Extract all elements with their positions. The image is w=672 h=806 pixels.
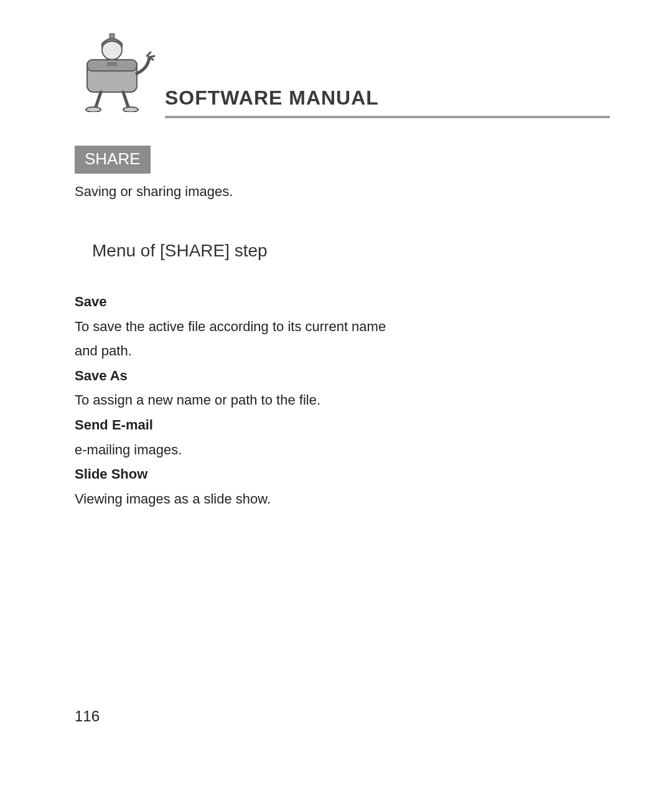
desc-save: To save the active file according to its…	[75, 314, 398, 363]
desc-send-email: e-mailing images.	[75, 438, 610, 462]
page-title: SOFTWARE MANUAL	[165, 87, 610, 115]
section-label: SHARE	[75, 146, 151, 174]
desc-slide-show: Viewing images as a slide show.	[75, 487, 610, 512]
svg-point-5	[123, 107, 138, 112]
svg-rect-6	[107, 62, 117, 66]
svg-rect-3	[110, 34, 114, 39]
desc-save-as: To assign a new name or path to the file…	[75, 388, 610, 413]
page-number: 116	[75, 708, 100, 725]
title-wrap: SOFTWARE MANUAL	[165, 87, 610, 115]
sub-heading: Menu of [SHARE] step	[92, 241, 610, 261]
section-description: Saving or sharing images.	[75, 184, 610, 200]
mascot-icon	[68, 19, 162, 112]
page-header: SOFTWARE MANUAL	[75, 19, 610, 118]
page: SOFTWARE MANUAL SHARE Saving or sharing …	[0, 0, 672, 806]
term-slide-show: Slide Show	[75, 462, 610, 487]
term-save: Save	[75, 289, 610, 314]
term-save-as: Save As	[75, 363, 610, 388]
header-rule	[165, 116, 610, 118]
term-send-email: Send E-mail	[75, 413, 610, 438]
definitions-list: Save To save the active file according t…	[75, 289, 610, 511]
svg-point-4	[86, 107, 101, 112]
